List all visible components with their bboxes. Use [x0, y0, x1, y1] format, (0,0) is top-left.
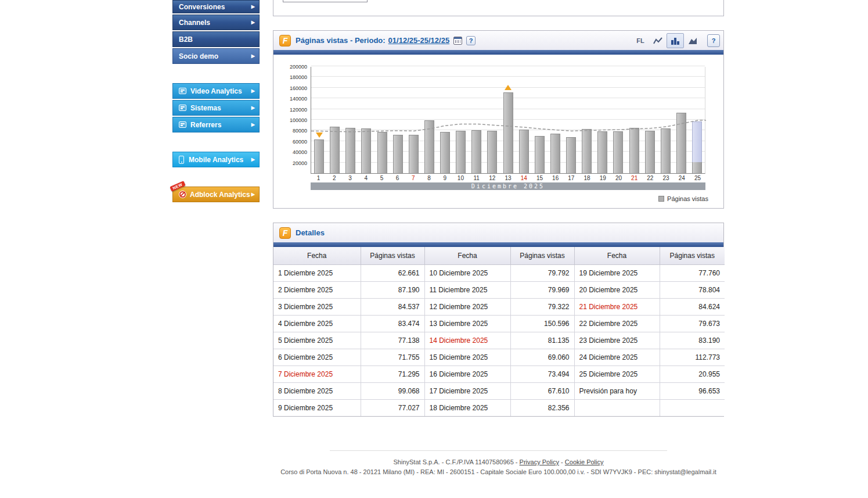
bar[interactable]: [440, 132, 450, 173]
sidebar-item-label: B2B: [179, 35, 193, 44]
sidebar: Conversiones ▶ Channels ▶ B2B Socio demo…: [172, 0, 260, 203]
pageviews-cell: 112.773: [660, 349, 725, 366]
bar[interactable]: [550, 134, 560, 173]
details-header-row: FechaPáginas vistasFechaPáginas vistasFe…: [273, 247, 725, 264]
cookie-policy-link[interactable]: Cookie Policy: [565, 458, 604, 465]
max-marker-icon: [505, 85, 512, 90]
table-row: 6 Diciembre 202571.75515 Diciembre 20256…: [273, 349, 725, 366]
bar[interactable]: [456, 131, 466, 173]
x-axis-label: 2: [326, 175, 342, 181]
y-axis-label: 140000: [273, 96, 307, 102]
bar[interactable]: [692, 162, 702, 173]
bar[interactable]: [597, 131, 607, 173]
bar[interactable]: [629, 128, 639, 173]
chart-title-text: Páginas vistas - Periodo:: [296, 36, 386, 45]
pageviews-cell: 79.792: [510, 264, 574, 281]
details-table-head: FechaPáginas vistasFechaPáginas vistasFe…: [273, 247, 725, 264]
details-panel-title: Detalles: [296, 228, 325, 237]
bar[interactable]: [519, 130, 529, 173]
chevron-right-icon: ▶: [251, 88, 255, 94]
bar[interactable]: [661, 128, 671, 173]
date-cell: 15 Diciembre 2025: [424, 349, 510, 366]
y-axis-label: 180000: [273, 74, 307, 80]
pageviews-cell: 84.537: [361, 298, 424, 315]
pageviews-cell: 82.356: [510, 399, 574, 416]
date-cell: 25 Diciembre 2025: [574, 366, 660, 382]
bar[interactable]: [424, 120, 434, 173]
sidebar-item-channels[interactable]: Channels ▶: [172, 15, 260, 30]
bar[interactable]: [582, 129, 592, 173]
x-axis-label: 11: [469, 175, 484, 181]
date-column-header: Fecha: [574, 247, 660, 264]
bar[interactable]: [645, 131, 655, 173]
chart-help-icon[interactable]: ?: [707, 34, 720, 47]
forecast-stack: [692, 121, 702, 173]
bar-slot: [610, 67, 626, 173]
bar[interactable]: [345, 128, 355, 173]
bar[interactable]: [409, 135, 419, 173]
bar[interactable]: [314, 139, 324, 173]
bar[interactable]: [613, 131, 623, 173]
bar[interactable]: [487, 131, 497, 173]
sidebar-item-socio-demo[interactable]: Socio demo ▶: [172, 48, 260, 64]
bar-slot: [658, 67, 673, 173]
x-axis-label: 14: [516, 175, 532, 181]
pageviews-cell: 87.190: [361, 281, 424, 298]
bar[interactable]: [566, 137, 576, 173]
sidebar-item-label: Socio demo: [179, 52, 218, 60]
sidebar-item-conversiones[interactable]: Conversiones ▶: [172, 0, 260, 13]
bar[interactable]: [503, 92, 513, 173]
details-panel: F Detalles FechaPáginas vistasFechaPágin…: [273, 223, 724, 417]
period-link[interactable]: 01/12/25-25/12/25: [388, 36, 450, 45]
chart-body: 2000040000600008000010000012000014000016…: [273, 55, 723, 208]
sidebar-item-adblock-analytics[interactable]: NEW Adblock Analytics ▶: [172, 187, 260, 202]
sidebar-item-referrers[interactable]: Referrers ▶: [172, 117, 260, 132]
sidebar-item-mobile-analytics[interactable]: Mobile Analytics ▶: [172, 152, 260, 167]
bar[interactable]: [330, 127, 340, 173]
line-chart-icon: [653, 37, 662, 45]
bar-slot: [437, 67, 453, 173]
bar[interactable]: [471, 130, 481, 173]
pageviews-column-header: Páginas vistas: [361, 247, 424, 264]
cutoff-input-stub: [283, 0, 368, 2]
sidebar-item-b2b[interactable]: B2B: [172, 31, 260, 47]
min-marker-icon: [316, 132, 323, 138]
bar[interactable]: [535, 136, 545, 173]
bar[interactable]: [361, 128, 371, 173]
privacy-policy-link[interactable]: Privacy Policy: [520, 458, 559, 465]
bar[interactable]: [377, 132, 387, 173]
details-table: FechaPáginas vistasFechaPáginas vistasFe…: [273, 247, 725, 416]
area-chart-icon: [688, 37, 697, 45]
help-icon[interactable]: ?: [466, 36, 476, 45]
bar[interactable]: [393, 135, 403, 173]
sidebar-item-sistemas[interactable]: Sistemas ▶: [172, 100, 260, 116]
sidebar-item-video-analytics[interactable]: Video Analytics ▶: [172, 83, 260, 99]
date-column-header: Fecha: [424, 247, 510, 264]
x-axis-label: 7: [405, 175, 421, 181]
pageviews-cell: 67.610: [510, 382, 574, 399]
footer-separator: -: [559, 458, 565, 465]
pageviews-cell: 99.068: [361, 382, 424, 399]
x-axis-label: 9: [437, 175, 453, 181]
sidebar-gap: [172, 134, 260, 152]
main-content: F Páginas vistas - Periodo:01/12/25-25/1…: [273, 0, 724, 477]
bar[interactable]: [676, 113, 686, 173]
x-axis-label: 17: [563, 175, 579, 181]
date-cell: 23 Diciembre 2025: [574, 332, 660, 349]
x-axis-label: 5: [374, 175, 390, 181]
date-cell: Previsión para hoy: [574, 382, 660, 399]
bar-slot: [642, 67, 658, 173]
y-axis-label: 100000: [273, 117, 307, 123]
bar-slot: [422, 67, 437, 173]
table-row: 5 Diciembre 202577.13814 Diciembre 20258…: [273, 332, 725, 349]
fl-button[interactable]: FL: [632, 33, 649, 48]
bar-slot: [484, 67, 500, 173]
line-chart-button[interactable]: [649, 33, 667, 48]
x-axis-label: 6: [390, 175, 405, 181]
bar-chart-button[interactable]: [667, 33, 684, 48]
area-chart-button[interactable]: [684, 33, 701, 48]
forecast-bar[interactable]: [692, 121, 702, 162]
date-cell: 6 Diciembre 2025: [273, 349, 361, 366]
bar-slot: [532, 67, 548, 173]
calendar-icon[interactable]: [453, 37, 462, 45]
